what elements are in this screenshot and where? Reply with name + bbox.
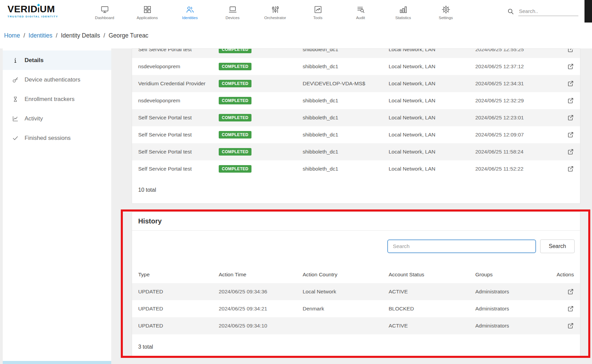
settings-icon [442, 5, 450, 14]
history-groups: Administrators [474, 323, 563, 329]
top-search-input[interactable] [518, 6, 578, 16]
session-status-cell: COMPLETED [217, 114, 301, 121]
open-session-icon[interactable] [567, 80, 574, 87]
session-status-cell: COMPLETED [217, 131, 301, 139]
veridium-logo[interactable]: VERIDIUM TRUSTED DIGITAL IDENTITY [8, 4, 78, 18]
history-header: History [132, 212, 580, 231]
session-status-cell: COMPLETED [217, 165, 301, 173]
open-history-icon[interactable] [567, 322, 574, 329]
nav-item-tools[interactable]: Tools [297, 3, 339, 20]
breadcrumb-home[interactable]: Home [4, 32, 20, 39]
nav-item-orchestrator[interactable]: Orchestrator [254, 3, 297, 20]
open-session-icon[interactable] [567, 131, 574, 138]
open-session-icon[interactable] [567, 63, 574, 70]
sidebar-item-activity[interactable]: Activity [3, 109, 111, 128]
nav-label: Orchestrator [264, 16, 286, 20]
history-card: History Search Type Action Time Action C… [132, 212, 580, 357]
session-device: shibboleth_dc1 [301, 166, 387, 172]
nav-item-devices[interactable]: Devices [211, 3, 254, 20]
session-time: 2024/06/25 12:32:29 [474, 98, 563, 104]
open-session-icon[interactable] [567, 165, 574, 172]
history-time: 2024/06/25 09:34:10 [217, 323, 301, 329]
open-history-icon[interactable] [567, 288, 574, 295]
history-type: UPDATED [132, 306, 217, 312]
session-location: Local Network, LAN [387, 63, 474, 70]
open-session-icon[interactable] [567, 148, 574, 155]
status-badge: COMPLETED [219, 48, 251, 53]
session-name: Self Service Portal test [132, 149, 217, 155]
col-account-status: Account Status [387, 272, 474, 278]
history-status: BLOCKED [387, 306, 474, 312]
nav-label: Applications [136, 16, 158, 20]
breadcrumb-identities[interactable]: Identities [29, 32, 53, 39]
nav-item-applications[interactable]: Applications [126, 3, 169, 20]
session-name: Self Service Portal test [132, 48, 217, 53]
sidebar: Details Device authenticators Enrollment… [3, 48, 111, 361]
sidebar-item-label: Details [25, 57, 44, 64]
status-badge: COMPLETED [219, 131, 251, 139]
history-country: Denmark [301, 306, 387, 312]
identities-icon [186, 5, 194, 14]
session-location: Local Network, LAN [387, 81, 474, 87]
breadcrumb-identity-name: George Tureac [109, 32, 148, 39]
nav-item-statistics[interactable]: Statistics [382, 3, 424, 20]
open-session-icon[interactable] [567, 48, 574, 53]
sessions-card: Self Service Portal test COMPLETED shibb… [132, 48, 580, 204]
nav-item-dashboard[interactable]: Dashboard [83, 3, 126, 20]
activity-icon [12, 115, 19, 122]
session-actions-cell [566, 114, 580, 121]
sidebar-item-details[interactable]: Details [3, 50, 111, 70]
col-action-time: Action Time [217, 272, 301, 278]
sidebar-bottom-strip [3, 361, 111, 364]
history-status: ACTIVE [387, 323, 474, 329]
open-history-icon[interactable] [567, 305, 574, 312]
sidebar-item-device-authenticators[interactable]: Device authenticators [3, 70, 111, 89]
session-time: 2024/06/25 12:23:01 [474, 115, 563, 121]
session-status-cell: COMPLETED [217, 63, 301, 70]
session-location: Local Network, LAN [387, 48, 474, 53]
session-device: shibboleth_dc1 [301, 149, 387, 155]
sidebar-item-finished-sessions[interactable]: Finished sessions [3, 128, 111, 148]
main-nav: Dashboard Applications Identities Device… [83, 3, 467, 20]
nav-label: Audit [356, 16, 365, 20]
session-status-cell: COMPLETED [217, 148, 301, 156]
history-search-row: Search [132, 239, 580, 253]
col-actions: Actions [555, 272, 580, 278]
breadcrumb-separator: / [24, 32, 25, 39]
status-badge: COMPLETED [219, 114, 251, 121]
nav-label: Devices [226, 16, 240, 20]
sidebar-item-label: Device authenticators [25, 76, 80, 83]
session-row: nsdeveloponprem COMPLETED shibboleth_dc1… [132, 58, 580, 75]
session-row: Self Service Portal test COMPLETED shibb… [132, 160, 580, 177]
session-location: Local Network, LAN [387, 149, 474, 155]
sidebar-item-enrollment-trackers[interactable]: Enrollment trackers [3, 89, 111, 109]
session-actions-cell [566, 63, 580, 70]
history-actions-cell [566, 322, 580, 329]
session-device: shibboleth_dc1 [301, 48, 387, 53]
status-badge: COMPLETED [219, 97, 251, 104]
nav-item-settings[interactable]: Settings [424, 3, 467, 20]
history-search-button[interactable]: Search [540, 239, 575, 253]
history-type: UPDATED [132, 289, 217, 295]
logo-tagline: TRUSTED DIGITAL IDENTITY [8, 15, 78, 18]
history-groups: Administrators [474, 306, 563, 312]
session-time: 2024/06/25 11:52:22 [474, 166, 563, 172]
session-status-cell: COMPLETED [217, 80, 301, 87]
open-session-icon[interactable] [567, 114, 574, 121]
status-badge: COMPLETED [219, 148, 251, 156]
breadcrumb-separator: / [56, 32, 58, 39]
open-session-icon[interactable] [567, 97, 574, 104]
audit-icon [356, 5, 365, 14]
session-location: Local Network, LAN [387, 115, 474, 121]
history-search-input[interactable] [387, 239, 536, 253]
nav-item-audit[interactable]: Audit [339, 3, 382, 20]
history-groups: Administrators [474, 289, 563, 295]
statistics-icon [399, 5, 408, 14]
history-actions-cell [566, 288, 580, 295]
nav-item-identities[interactable]: Identities [169, 3, 211, 20]
history-row: UPDATED 2024/06/25 09:34:10 ACTIVE Admin… [132, 317, 580, 334]
applications-icon [143, 5, 152, 14]
nav-label: Tools [313, 16, 322, 20]
nav-label: Identities [182, 16, 198, 20]
nav-label: Statistics [395, 16, 411, 20]
